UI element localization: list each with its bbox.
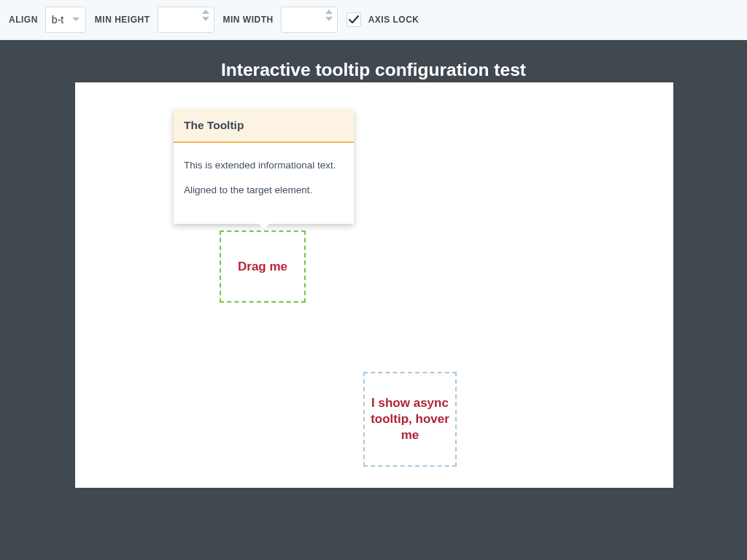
min-width-spin-up[interactable]	[324, 9, 334, 14]
align-select[interactable]: b-t	[45, 7, 86, 33]
tooltip-line1: This is extended informational text.	[184, 159, 344, 173]
min-height-field: MIN HEIGHT	[95, 7, 214, 33]
tooltip-title: The Tooltip	[174, 109, 354, 143]
min-width-input[interactable]	[286, 7, 315, 32]
async-hover-label: I show async tooltip, hover me	[368, 395, 452, 443]
min-width-label: MIN WIDTH	[223, 15, 274, 25]
min-height-stepper[interactable]	[158, 7, 214, 33]
min-width-spin-down[interactable]	[324, 17, 334, 21]
min-height-spin-up[interactable]	[201, 9, 211, 14]
axis-lock-label: AXIS LOCK	[368, 15, 419, 25]
min-height-spin-down[interactable]	[201, 17, 211, 21]
demo-canvas: The Tooltip This is extended information…	[75, 82, 673, 488]
page-title: Interactive tooltip configuration test	[0, 40, 747, 80]
min-width-stepper[interactable]	[281, 7, 338, 33]
min-width-field: MIN WIDTH	[223, 7, 338, 33]
min-height-label: MIN HEIGHT	[95, 15, 150, 25]
tooltip-line2: Aligned to the target element.	[184, 184, 344, 198]
chevron-down-icon	[72, 18, 80, 22]
toolbar: ALIGN b-t MIN HEIGHT MIN WIDTH	[0, 0, 747, 40]
align-field: ALIGN b-t	[9, 7, 86, 33]
align-value: b-t	[52, 14, 63, 26]
axis-lock-field: AXIS LOCK	[347, 12, 419, 27]
align-label: ALIGN	[9, 15, 38, 25]
async-hover-target[interactable]: I show async tooltip, hover me	[363, 372, 457, 467]
tooltip-arrow-icon	[258, 223, 270, 230]
drag-target-label: Drag me	[238, 260, 287, 274]
axis-lock-checkbox[interactable]	[347, 12, 361, 27]
tooltip: The Tooltip This is extended information…	[174, 109, 354, 224]
min-height-input[interactable]	[163, 7, 192, 32]
tooltip-body: This is extended informational text. Ali…	[174, 143, 354, 198]
drag-target[interactable]: Drag me	[220, 230, 306, 303]
